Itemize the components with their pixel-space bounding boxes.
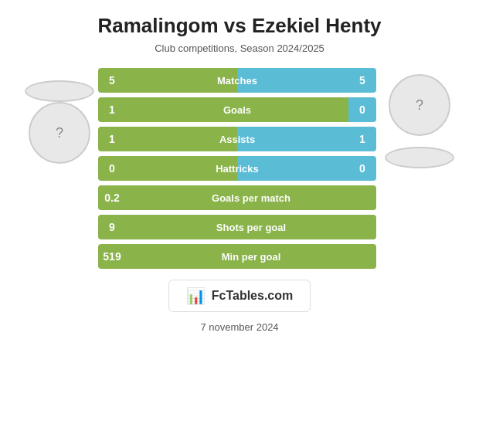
logo-icon: 📊: [186, 287, 206, 305]
right-avatar-icon: ?: [416, 97, 423, 114]
page-subtitle: Club competitions, Season 2024/2025: [155, 42, 324, 54]
stat-bar-bg: Goals per match: [126, 185, 376, 210]
stat-label: Matches: [126, 75, 348, 87]
stat-label: Hattricks: [126, 163, 348, 175]
stat-bar-bg: Goals: [126, 97, 348, 122]
stat-label: Min per goal: [126, 251, 376, 263]
logo-text: FcTables.com: [212, 289, 294, 303]
stat-label: Shots per goal: [126, 222, 376, 233]
stat-row-matches: 5Matches5: [98, 68, 376, 93]
stat-row-assists: 1Assists1: [98, 127, 376, 151]
right-avatar-circle: ?: [389, 74, 450, 136]
left-avatar-ellipse: [25, 80, 94, 102]
stat-left-val: 519: [98, 244, 126, 269]
stat-bar-bg: Shots per goal: [126, 215, 376, 239]
left-avatar-icon: ?: [56, 125, 63, 141]
stat-bar-bg: Assists: [126, 127, 348, 151]
stat-left-val: 0: [98, 156, 126, 181]
stat-label: Assists: [126, 134, 348, 145]
stat-right-val: 0: [348, 97, 376, 122]
stat-left-val: 1: [98, 127, 126, 151]
stat-right-val: 0: [348, 156, 376, 181]
stat-row-shots-per-goal: 9Shots per goal: [98, 215, 376, 239]
left-avatar-circle: ?: [29, 102, 90, 164]
date-text: 7 november 2024: [200, 321, 278, 333]
stat-bar-bg: Hattricks: [126, 156, 348, 181]
right-avatar-ellipse: [385, 147, 454, 168]
stat-row-goals-per-match: 0.2Goals per match: [98, 185, 376, 210]
right-player-avatar: ?: [381, 68, 458, 168]
page-title: Ramalingom vs Ezekiel Henty: [97, 14, 381, 38]
stat-row-hattricks: 0Hattricks0: [98, 156, 376, 181]
stat-bar-bg: Min per goal: [126, 244, 376, 269]
logo-area: 📊 FcTables.com: [168, 280, 311, 312]
stat-right-val: 5: [348, 68, 376, 93]
stat-label: Goals per match: [126, 192, 376, 204]
stat-left-val: 0.2: [98, 185, 126, 210]
stat-bar-bg: Matches: [126, 68, 348, 93]
stat-row-min-per-goal: 519Min per goal: [98, 244, 376, 269]
stat-left-val: 1: [98, 97, 126, 122]
stat-right-val: 1: [348, 127, 376, 151]
stat-left-val: 9: [98, 215, 126, 239]
page-wrapper: Ramalingom vs Ezekiel Henty Club competi…: [0, 0, 479, 448]
stats-container: 5Matches51Goals01Assists10Hattricks00.2G…: [98, 68, 376, 269]
comparison-section: ? 5Matches51Goals01Assists10Hattricks00.…: [8, 68, 471, 269]
left-player-avatar: ?: [21, 68, 98, 168]
stat-left-val: 5: [98, 68, 126, 93]
stat-row-goals: 1Goals0: [98, 97, 376, 122]
stat-label: Goals: [126, 104, 348, 116]
